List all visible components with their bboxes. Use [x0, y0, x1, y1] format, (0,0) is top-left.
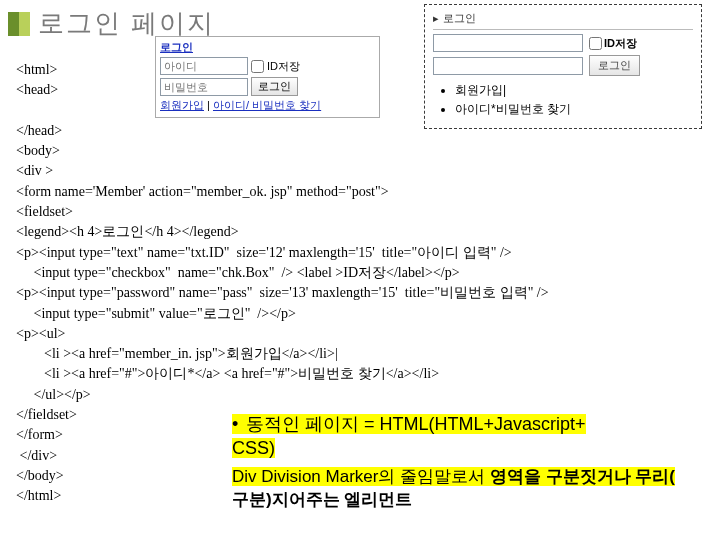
code-line: </head>	[16, 123, 62, 138]
code-line: </ul></p>	[16, 387, 91, 402]
code-line: <li ><a href="#">아이디*</a> <a href="#">비밀…	[16, 366, 439, 381]
bullet-icon: ▸	[433, 12, 439, 25]
code-line: <body>	[16, 143, 60, 158]
login2-id-input[interactable]	[433, 34, 583, 52]
code-line: <p><input type="text" name="txt.ID" size…	[16, 245, 512, 260]
login2-row-id: ID저장	[433, 34, 693, 52]
code-line: <input type="checkbox" name="chk.Box" />…	[16, 265, 460, 280]
code-line: </fieldset>	[16, 407, 77, 422]
code-line: <head>	[16, 82, 58, 97]
code-line: <p><ul>	[16, 326, 65, 341]
code-line: <li ><a href="member_in. jsp">회원가입</a></…	[16, 346, 338, 361]
login2-save-wrap: ID저장	[589, 36, 637, 51]
code-line: <p><input type="password" name="pass" si…	[16, 285, 549, 300]
code-line: <form name='Member' action="member_ok. j…	[16, 184, 389, 199]
note2-part-c: 구분)지어주는 엘리먼트	[232, 490, 412, 509]
code-line: </div>	[16, 448, 57, 463]
code-line: </form>	[16, 427, 63, 442]
login1-legend: 로그인	[160, 40, 375, 55]
login2-header: ▸ 로그인	[433, 11, 693, 30]
bullet-icon: •	[232, 412, 246, 436]
code-line: <input type="submit" value="로그인" /></p>	[16, 306, 296, 321]
note2-part-a: Div Division Marker의 줄임말로서	[232, 467, 490, 486]
code-line: </html>	[16, 488, 61, 503]
code-line: </body>	[16, 468, 64, 483]
note-div-definition: Div Division Marker의 줄임말로서 영역을 구분짓거나 무리(…	[232, 466, 696, 512]
code-line: <fieldset>	[16, 204, 73, 219]
note2-part-b: 영역을 구분짓거나 무리(	[490, 467, 675, 486]
login2-save-label: ID저장	[604, 36, 637, 51]
code-line: <html>	[16, 62, 57, 77]
note1-line2: CSS)	[232, 438, 275, 458]
code-line: <legend><h 4>로그인</h 4></legend>	[16, 224, 239, 239]
login2-save-checkbox[interactable]	[589, 37, 602, 50]
title-decoration-icon	[8, 12, 30, 36]
note-dynamic-page: •동적인 페이지 = HTML(HTML+Javascript+ CSS)	[232, 412, 632, 461]
login2-header-text: 로그인	[443, 11, 476, 26]
code-line: <div >	[16, 163, 53, 178]
note1-line1: 동적인 페이지 = HTML(HTML+Javascript+	[246, 414, 586, 434]
